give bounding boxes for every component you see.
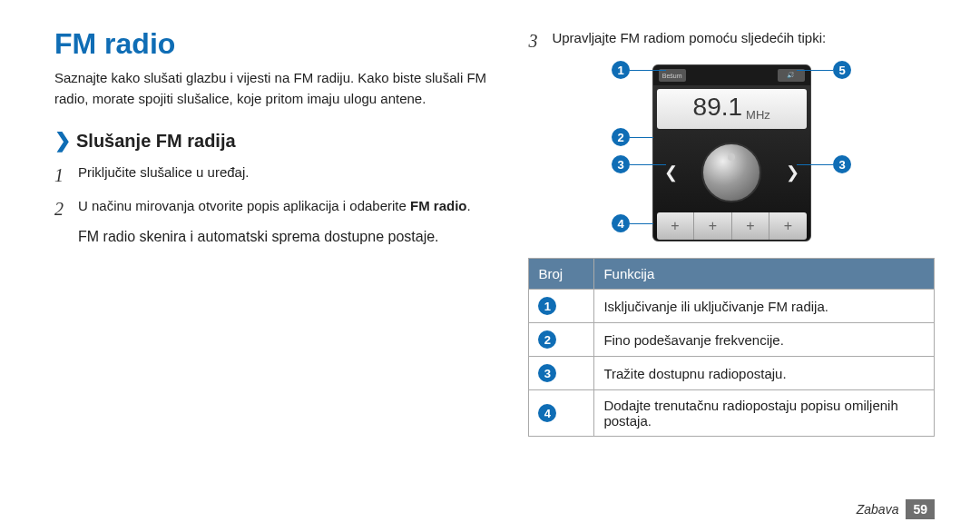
seek-right-icon[interactable]: ❯ bbox=[786, 163, 799, 182]
step-text-part: U načinu mirovanja otvorite popis aplika… bbox=[78, 198, 410, 213]
favorite-slot[interactable]: + bbox=[732, 212, 770, 240]
callout-5: 5 bbox=[833, 61, 851, 79]
step-text: Upravljajte FM radiom pomoću sljedećih t… bbox=[552, 27, 935, 55]
row-desc: Dodajte trenutačnu radiopostaju popisu o… bbox=[594, 390, 935, 437]
tuning-dial[interactable] bbox=[701, 143, 761, 202]
callout-3-left: 3 bbox=[612, 155, 630, 173]
step-number: 2 bbox=[54, 195, 78, 223]
step-text: U načinu mirovanja otvorite popis aplika… bbox=[78, 195, 501, 223]
function-table: Broj Funkcija 1 Isključivanje ili uključ… bbox=[528, 258, 935, 437]
footer-section: Zabava bbox=[857, 502, 899, 517]
step-text-part: . bbox=[467, 198, 471, 213]
mute-button[interactable]: Bešum bbox=[659, 69, 686, 82]
table-row: 4 Dodajte trenutačnu radiopostaju popisu… bbox=[529, 390, 935, 437]
row-desc: Isključivanje ili uključivanje FM radija… bbox=[594, 290, 935, 323]
table-row: 1 Isključivanje ili uključivanje FM radi… bbox=[529, 290, 935, 323]
callout-3-right: 3 bbox=[833, 155, 851, 173]
step-3: 3 Upravljajte FM radiom pomoću sljedećih… bbox=[528, 27, 935, 55]
radio-figure: Bešum 🔊 89.1 MHz ❮ ❯ + bbox=[528, 64, 935, 241]
callout-4: 4 bbox=[612, 214, 630, 232]
step-2: 2 U načinu mirovanja otvorite popis apli… bbox=[54, 195, 501, 223]
table-header-function: Funkcija bbox=[594, 259, 935, 290]
intro-text: Saznajte kako slušati glazbu i vijesti n… bbox=[54, 68, 501, 109]
step-text-bold: FM radio bbox=[410, 198, 467, 213]
step-number: 1 bbox=[54, 162, 78, 190]
chevron-right-icon: ❯ bbox=[54, 129, 71, 153]
step-number: 3 bbox=[528, 27, 552, 55]
section-heading-label: Slušanje FM radija bbox=[76, 131, 236, 152]
row-desc: Fino podešavanje frekvencije. bbox=[594, 323, 935, 357]
speaker-button[interactable]: 🔊 bbox=[778, 69, 805, 82]
page-title: FM radio bbox=[54, 27, 501, 61]
favorite-slot[interactable]: + bbox=[657, 212, 695, 240]
callout-1: 1 bbox=[612, 61, 630, 79]
favorite-slot[interactable]: + bbox=[769, 212, 807, 240]
table-row: 2 Fino podešavanje frekvencije. bbox=[529, 323, 935, 357]
fm-radio-device: Bešum 🔊 89.1 MHz ❮ ❯ + bbox=[652, 64, 811, 241]
row-callout-icon: 1 bbox=[538, 297, 556, 315]
frequency-display: 89.1 MHz bbox=[657, 89, 807, 129]
radio-topbar: Bešum 🔊 bbox=[653, 65, 810, 85]
step-note: FM radio skenira i automatski sprema dos… bbox=[78, 229, 501, 245]
step-text: Priključite slušalice u uređaj. bbox=[78, 162, 501, 190]
step-1: 1 Priključite slušalice u uređaj. bbox=[54, 162, 501, 190]
row-callout-icon: 2 bbox=[538, 330, 556, 349]
row-callout-icon: 3 bbox=[538, 364, 556, 382]
seek-left-icon[interactable]: ❮ bbox=[664, 163, 678, 182]
table-row: 3 Tražite dostupnu radiopostaju. bbox=[529, 357, 935, 390]
page-footer: Zabava 59 bbox=[857, 499, 935, 519]
table-header-number: Broj bbox=[529, 259, 594, 290]
section-heading: ❯ Slušanje FM radija bbox=[54, 129, 501, 153]
frequency-unit: MHz bbox=[746, 108, 770, 122]
row-callout-icon: 4 bbox=[538, 404, 556, 422]
row-desc: Tražite dostupnu radiopostaju. bbox=[594, 357, 935, 390]
callout-2: 2 bbox=[612, 128, 630, 146]
frequency-value: 89.1 bbox=[693, 93, 743, 122]
favorites-bar: + + + + bbox=[657, 212, 807, 240]
footer-page-number: 59 bbox=[906, 499, 935, 519]
favorite-slot[interactable]: + bbox=[694, 212, 732, 240]
